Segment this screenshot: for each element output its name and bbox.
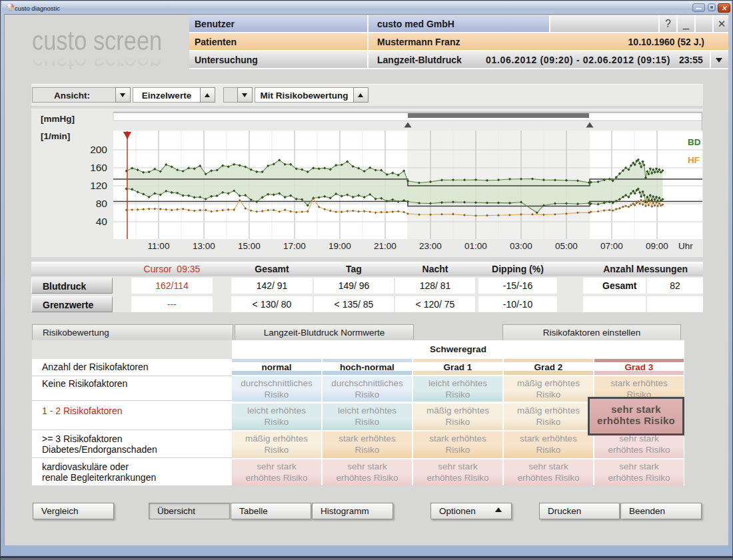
- svg-text:200: 200: [90, 144, 107, 155]
- svg-text:BD: BD: [688, 137, 701, 147]
- svg-text:HF: HF: [688, 155, 700, 165]
- svg-text:21:00: 21:00: [374, 241, 396, 251]
- svg-text:01:00: 01:00: [464, 241, 487, 251]
- svg-text:13:00: 13:00: [193, 241, 215, 251]
- svg-text:120: 120: [90, 180, 107, 191]
- svg-text:40: 40: [96, 216, 108, 227]
- svg-text:160: 160: [90, 162, 107, 173]
- svg-text:15:00: 15:00: [238, 241, 261, 251]
- svg-text:19:00: 19:00: [329, 241, 351, 251]
- svg-text:03:00: 03:00: [510, 241, 532, 251]
- svg-text:17:00: 17:00: [283, 241, 306, 251]
- svg-text:Uhr: Uhr: [678, 241, 693, 251]
- svg-text:11:00: 11:00: [148, 241, 170, 251]
- svg-text:07:00: 07:00: [600, 241, 623, 251]
- svg-text:09:00: 09:00: [646, 241, 668, 251]
- svg-text:80: 80: [96, 198, 108, 209]
- svg-text:05:00: 05:00: [555, 241, 578, 251]
- svg-text:23:00: 23:00: [419, 241, 442, 251]
